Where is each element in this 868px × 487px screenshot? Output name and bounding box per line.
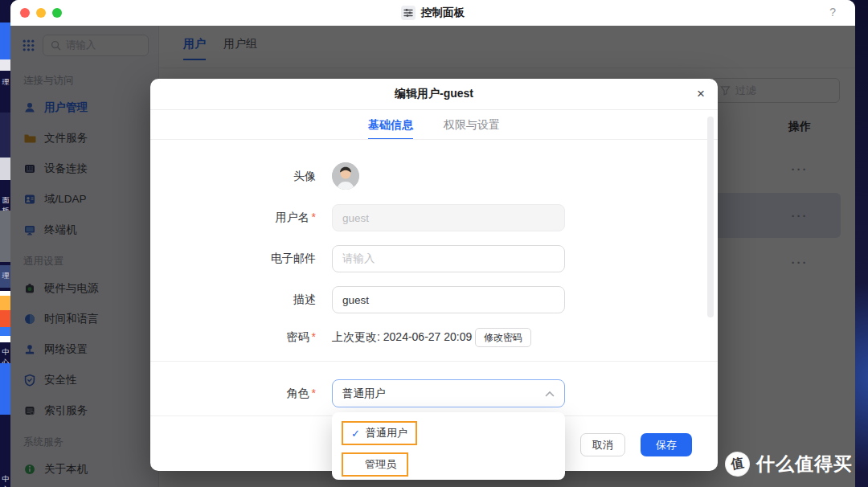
username-label-text: 用户名 [276,211,309,223]
watermark: 值 什么值得买 [725,452,853,477]
change-password-button[interactable]: 修改密码 [475,328,531,347]
modal-title: 编辑用户-guest [395,87,473,101]
email-label-text: 电子邮件 [271,252,316,264]
desktop-icon-fragment [0,23,11,59]
user-avatar[interactable] [332,162,359,190]
desktop-icon-fragment [0,211,11,262]
desktop-label: 理 [0,271,11,281]
avatar-label: 头像 [150,170,316,184]
username-value: guest [342,212,369,224]
description-field[interactable]: guest [332,286,565,313]
dropdown-option-label: 普通用户 [366,426,407,440]
role-select[interactable]: 普通用户 [332,379,565,407]
titlebar: 控制面板 ? [10,0,855,26]
control-panel-icon [401,6,416,20]
email-field[interactable]: 请输入 [332,245,565,272]
tab-permissions-settings[interactable]: 权限与设置 [444,118,500,140]
required-mark: * [312,387,316,399]
email-placeholder: 请输入 [342,252,375,266]
desktop-icon-fragment [0,59,11,71]
email-label: 电子邮件 [150,252,316,266]
dropdown-option-label: 管理员 [365,457,396,472]
description-label-text: 描述 [293,293,316,305]
modal-scrollbar[interactable] [707,117,714,317]
modal-tabs: 基础信息 权限与设置 [150,118,718,140]
modal-header: 编辑用户-guest × [150,79,718,110]
save-button[interactable]: 保存 [641,433,692,456]
required-mark: * [312,330,316,343]
role-selected-value: 普通用户 [342,387,386,401]
modal-tabs-divider [150,139,718,140]
check-icon: ✓ [351,428,360,440]
password-label: 密码* [150,330,316,345]
window-title-area: 控制面板 [10,0,855,26]
password-label-text: 密码 [287,330,309,343]
watermark-text: 什么值得买 [756,452,853,477]
dropdown-option-normal-user[interactable]: ✓ 普通用户 [342,421,417,445]
password-last-changed: 上次更改: 2024-06-27 20:09 [332,330,472,345]
username-input: guest [332,204,565,231]
desktop-label: 理 [0,77,11,88]
required-mark: * [312,211,316,223]
help-button[interactable]: ? [829,6,836,18]
cancel-button[interactable]: 取消 [580,433,625,456]
screen: 理 面板 理 中心 中心 控制面板 ? [0,0,868,487]
desktop-icon-fragment [0,363,11,415]
role-label-text: 角色 [287,387,309,399]
avatar-image [332,162,359,190]
tab-basic-info[interactable]: 基础信息 [368,118,413,140]
dropdown-option-admin[interactable]: 管理员 [342,452,408,477]
window-title: 控制面板 [421,6,465,20]
desktop-background-left: 理 面板 理 中心 中心 [0,0,11,487]
avatar-label-text: 头像 [293,170,316,182]
smzdm-logo-icon: 值 [723,450,752,479]
section-divider [150,361,718,362]
role-label: 角色* [150,387,316,401]
desktop-icon-fragment [0,158,11,180]
username-label: 用户名* [150,211,316,225]
description-value: guest [342,294,369,306]
chevron-up-icon [545,391,555,397]
desktop-label: 中心 [0,474,11,487]
desktop-background-right [855,0,868,487]
close-icon[interactable]: × [697,84,705,104]
description-label: 描述 [150,293,316,307]
desktop-icon-fragment [0,291,11,342]
role-dropdown-panel: ✓ 普通用户 管理员 [332,412,565,480]
